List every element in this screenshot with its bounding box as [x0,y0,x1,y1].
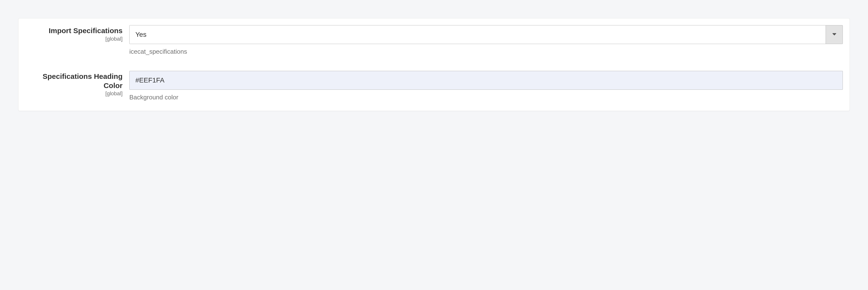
field-row-import-specifications: Import Specifications [global] Yes iceca… [25,25,843,56]
specifications-heading-color-input[interactable] [129,71,843,90]
control-column: Background color [129,71,843,101]
import-specifications-note: icecat_specifications [129,48,843,56]
field-row-specifications-heading-color: Specifications Heading Color [global] Ba… [25,71,843,101]
import-specifications-label: Import Specifications [25,26,123,35]
label-column: Import Specifications [global] [25,25,129,42]
import-specifications-scope: [global] [25,36,123,42]
import-specifications-select-value: Yes [130,25,826,44]
control-column: Yes icecat_specifications [129,25,843,56]
specifications-heading-color-note: Background color [129,94,843,101]
import-specifications-select[interactable]: Yes [129,25,843,44]
select-dropdown-button[interactable] [826,25,843,44]
label-column: Specifications Heading Color [global] [25,71,129,97]
specifications-heading-color-scope: [global] [25,90,123,97]
settings-panel: Import Specifications [global] Yes iceca… [18,18,850,111]
specifications-heading-color-label: Specifications Heading Color [25,72,123,90]
chevron-down-icon [832,32,837,37]
